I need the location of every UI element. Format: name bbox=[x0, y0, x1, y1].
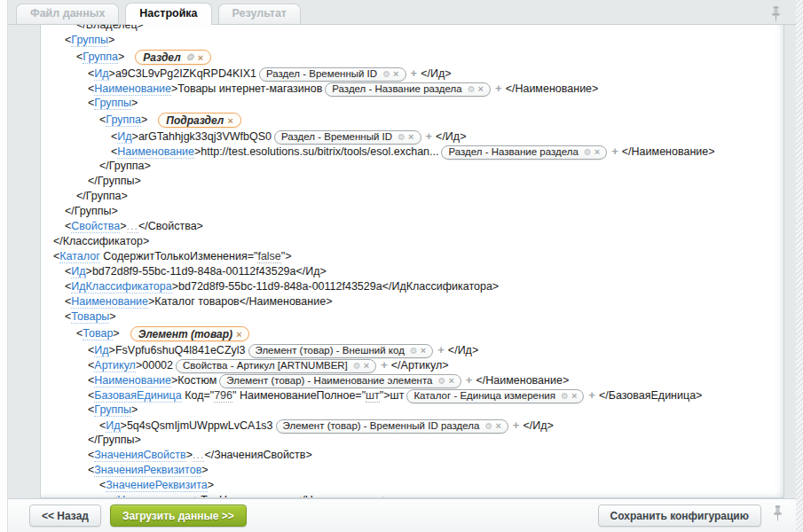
xml-line: <Каталог СодержитТолькоИзменения="false"… bbox=[41, 249, 783, 264]
chip-label: Каталог - Единица измерения bbox=[413, 388, 555, 403]
pin-icon[interactable] bbox=[772, 505, 783, 527]
gear-icon[interactable]: ⚙ bbox=[398, 129, 405, 145]
xml-tag-link[interactable]: Группы bbox=[71, 34, 108, 47]
xml-text: http://test.esolutions.su/bitrix/tools/e… bbox=[201, 145, 438, 158]
xml-tag-link[interactable]: ЗначениеРеквизита bbox=[106, 479, 208, 492]
entity-badge[interactable]: Раздел⚙× bbox=[135, 50, 211, 65]
gear-icon[interactable]: ⚙ bbox=[437, 373, 445, 388]
xml-line: <Ид>arGTahhjgk33qj3VWfbQS0Раздел - Време… bbox=[41, 129, 783, 144]
gear-icon[interactable]: ⚙ bbox=[468, 82, 476, 97]
close-icon[interactable]: × bbox=[448, 373, 453, 388]
mapping-chip[interactable]: Свойства - Артикул [ARTNUMBER]⚙× bbox=[176, 359, 376, 373]
close-icon[interactable]: × bbox=[227, 112, 232, 129]
xml-tag-link[interactable]: Ид bbox=[106, 419, 120, 433]
entity-badge[interactable]: Подраздел× bbox=[158, 113, 241, 128]
tab-result[interactable]: Результат bbox=[218, 4, 301, 24]
gear-icon[interactable]: ⚙ bbox=[410, 343, 418, 358]
xml-text: СодержитТолькоИзменения=" bbox=[100, 250, 258, 262]
xml-tag-link[interactable]: Наименование bbox=[71, 295, 148, 309]
add-mapping-icon[interactable]: + bbox=[381, 358, 388, 372]
xml-text: Товары интернет-магазинов bbox=[177, 82, 322, 95]
xml-text: </Артикул> bbox=[391, 359, 449, 372]
xml-text: </БазоваяЕдиница> bbox=[599, 389, 702, 402]
xml-tag-link[interactable]: Свойства bbox=[71, 220, 120, 233]
gear-icon[interactable]: ⚙ bbox=[561, 388, 569, 403]
page-left-margin bbox=[0, 0, 8, 532]
chip-label: Раздел - Название раздела bbox=[332, 82, 461, 97]
xml-tag-link[interactable]: Наименование bbox=[94, 82, 171, 96]
mapping-chip[interactable]: Раздел - Название раздела⚙× bbox=[441, 145, 607, 160]
back-button[interactable]: << Назад bbox=[29, 505, 101, 527]
close-icon[interactable]: × bbox=[495, 419, 500, 434]
close-icon[interactable]: × bbox=[571, 388, 577, 403]
xml-attr-value[interactable]: шт bbox=[366, 389, 380, 403]
close-icon[interactable]: × bbox=[393, 66, 398, 82]
add-mapping-icon[interactable]: + bbox=[513, 419, 520, 432]
collapsed-content[interactable]: ... bbox=[193, 449, 204, 462]
mapping-chip[interactable]: Раздел - Временный ID⚙× bbox=[259, 67, 406, 82]
add-mapping-icon[interactable]: + bbox=[611, 145, 618, 158]
xml-tag-link[interactable]: ЗначенияРеквизитов bbox=[94, 464, 201, 477]
xml-attr-value[interactable]: false bbox=[257, 250, 280, 263]
xml-tag-link[interactable]: Ид bbox=[94, 67, 108, 81]
xml-tag-link[interactable]: Наименование bbox=[117, 145, 194, 159]
close-icon[interactable]: × bbox=[236, 325, 241, 343]
collapsed-content[interactable]: ... bbox=[127, 220, 138, 233]
xml-tag-link[interactable]: Ид bbox=[94, 344, 108, 357]
gear-icon[interactable]: ⚙ bbox=[186, 49, 194, 66]
xml-text: шт bbox=[390, 389, 405, 402]
xml-tag-link[interactable]: Группы bbox=[94, 97, 131, 110]
xml-tag-link[interactable]: Ид bbox=[71, 265, 85, 278]
mapping-chip[interactable]: Элемент (товар) - Наименование элемента⚙… bbox=[219, 374, 461, 388]
mapping-chip[interactable]: Элемент (товар) - Внешний код⚙× bbox=[248, 344, 434, 358]
badge-label: Подраздел bbox=[166, 112, 224, 129]
xml-text: </Ид> bbox=[421, 67, 451, 80]
xml-text: > bbox=[109, 310, 115, 323]
xml-tag-link[interactable]: Артикул bbox=[94, 359, 136, 372]
entity-badge[interactable]: Элемент (товар)× bbox=[130, 326, 250, 341]
xml-tag-link[interactable]: ЗначенияСвойств bbox=[94, 449, 185, 462]
xml-line: <Свойства>...</Свойства> bbox=[41, 219, 783, 234]
xml-tag-link[interactable]: Группы bbox=[94, 403, 131, 417]
xml-line: <Наименование>http://test.esolutions.su/… bbox=[41, 144, 783, 159]
add-mapping-icon[interactable]: + bbox=[426, 129, 433, 143]
xml-tag-link[interactable]: Группа bbox=[106, 113, 141, 127]
xml-tag-link[interactable]: Группа bbox=[83, 51, 118, 64]
xml-tag-link[interactable]: ИдКлассификатора bbox=[71, 280, 171, 293]
mapping-chip[interactable]: Элемент (товар) - Временный ID раздела⚙× bbox=[276, 419, 508, 434]
close-icon[interactable]: × bbox=[594, 145, 600, 160]
xml-text: > bbox=[120, 220, 126, 232]
xml-line: </Владелец> bbox=[41, 25, 783, 33]
xml-tag-link[interactable]: Ид bbox=[117, 130, 131, 144]
save-configuration-button[interactable]: Сохранить конфигурацию bbox=[598, 505, 761, 527]
tab-settings[interactable]: Настройка bbox=[125, 3, 211, 25]
xml-text: > bbox=[131, 403, 138, 416]
mapping-chip[interactable]: Раздел - Название раздела⚙× bbox=[325, 82, 491, 97]
close-icon[interactable]: × bbox=[421, 343, 426, 358]
add-mapping-icon[interactable]: + bbox=[588, 388, 595, 402]
gear-icon[interactable]: ⚙ bbox=[584, 145, 592, 160]
xml-tag-link[interactable]: БазоваяЕдиница bbox=[94, 389, 181, 403]
xml-text: </Наименование> bbox=[506, 82, 599, 95]
xml-tag-link[interactable]: Товар bbox=[83, 327, 113, 340]
add-mapping-icon[interactable]: + bbox=[411, 66, 418, 80]
add-mapping-icon[interactable]: + bbox=[437, 343, 445, 356]
close-icon[interactable]: × bbox=[198, 49, 203, 66]
mapping-chip[interactable]: Раздел - Временный ID⚙× bbox=[274, 130, 421, 145]
add-mapping-icon[interactable]: + bbox=[466, 373, 473, 387]
xml-tag-link[interactable]: Товары bbox=[71, 310, 109, 324]
mapping-chip[interactable]: Каталог - Единица измерения⚙× bbox=[406, 389, 584, 403]
xml-line: <Наименование>Каталог товаров</Наименова… bbox=[41, 294, 783, 309]
add-mapping-icon[interactable]: + bbox=[495, 82, 502, 95]
close-icon[interactable]: × bbox=[478, 82, 484, 97]
xml-tag-link[interactable]: Наименование bbox=[94, 374, 171, 387]
gear-icon[interactable]: ⚙ bbox=[382, 66, 390, 82]
gear-icon[interactable]: ⚙ bbox=[353, 358, 361, 373]
close-icon[interactable]: × bbox=[364, 358, 369, 373]
load-data-button[interactable]: Загрузить данные >> bbox=[110, 505, 247, 527]
xml-tag-link[interactable]: Каталог bbox=[59, 250, 99, 263]
tab-file-data[interactable]: Файл данных bbox=[16, 4, 119, 24]
gear-icon[interactable]: ⚙ bbox=[484, 419, 492, 434]
xml-attr-value[interactable]: 796 bbox=[214, 389, 232, 403]
close-icon[interactable]: × bbox=[408, 129, 413, 145]
